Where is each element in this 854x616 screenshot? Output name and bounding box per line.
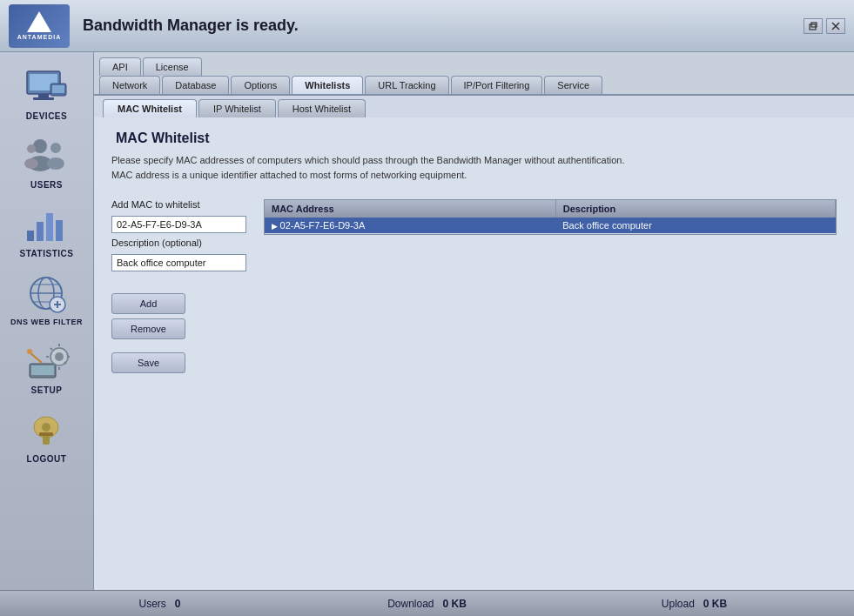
svg-point-14 [27, 144, 36, 153]
sidebar-item-setup[interactable]: SETUP [0, 335, 93, 399]
form-section: Add MAC to whitelist Description (option… [111, 199, 837, 373]
sidebar-item-statistics-label: STATISTICS [20, 249, 74, 258]
svg-rect-16 [27, 231, 34, 241]
logo-triangle [27, 11, 51, 32]
upload-label: Upload [662, 598, 695, 610]
status-download: Download 0 KB [293, 598, 561, 610]
tab-mac-whitelist[interactable]: MAC Whitelist [103, 99, 197, 117]
sidebar-item-users[interactable]: USERS [0, 130, 93, 194]
sidebar: DEVICES USERS [0, 52, 94, 590]
mac-input[interactable] [111, 216, 246, 233]
mac-table-container: MAC Address Description 02-A5-F7-E6-D9-3… [264, 199, 837, 235]
tab-url-tracking[interactable]: URL Tracking [365, 76, 448, 94]
save-btn-row: Save [111, 352, 246, 373]
desc-label: Description (optional) [111, 238, 246, 248]
tab-options[interactable]: Options [231, 76, 290, 94]
cell-mac: 02-A5-F7-E6-D9-3A [265, 218, 555, 234]
close-button[interactable] [826, 18, 845, 34]
svg-rect-18 [46, 213, 53, 241]
sidebar-item-devices[interactable]: DEVICES [0, 61, 93, 125]
status-upload: Upload 0 KB [561, 598, 828, 610]
col-mac-address: MAC Address [265, 200, 555, 218]
description-line1: Please specify MAC addresses of computer… [111, 153, 837, 168]
app-title: Bandwidth Manager is ready. [83, 17, 804, 35]
svg-rect-17 [37, 222, 44, 241]
window-controls [804, 18, 845, 34]
sidebar-item-setup-label: SETUP [31, 385, 63, 395]
mac-label: Add MAC to whitelist [111, 199, 246, 210]
svg-line-37 [64, 362, 66, 364]
devices-icon [21, 65, 73, 109]
tabs-row2: Network Database Options Whitelists URL … [94, 76, 854, 96]
statusbar: Users 0 Download 0 KB Upload 0 KB [0, 590, 854, 616]
svg-line-36 [50, 348, 52, 350]
app-logo: ANTAMEDIA [9, 4, 70, 48]
setup-icon [21, 339, 73, 383]
sidebar-item-devices-label: DEVICES [26, 111, 67, 121]
svg-point-13 [47, 157, 64, 170]
svg-point-10 [33, 139, 47, 153]
tabs-row1: API License [94, 52, 854, 76]
sidebar-item-dns-web-filter[interactable]: DNS WEB FILTER [0, 267, 93, 331]
statistics-icon [21, 203, 73, 246]
logout-icon [21, 408, 73, 452]
table-row[interactable]: 02-A5-F7-E6-D9-3A Back office computer [265, 218, 836, 234]
download-value: 0 KB [443, 598, 467, 610]
svg-rect-9 [52, 85, 64, 93]
users-label: Users [138, 598, 165, 610]
add-button[interactable]: Add [111, 293, 185, 314]
tab-host-whitelist[interactable]: Host Whitelist [278, 99, 366, 117]
desc-input[interactable] [111, 254, 246, 271]
remove-button[interactable]: Remove [111, 318, 185, 339]
download-label: Download [387, 598, 434, 610]
tab-network[interactable]: Network [99, 76, 160, 94]
description-line2: MAC address is a unique identifier attac… [111, 168, 837, 183]
tab-api[interactable]: API [99, 57, 141, 76]
users-icon [21, 134, 73, 177]
svg-point-41 [42, 423, 50, 432]
sidebar-item-users-label: USERS [30, 180, 63, 190]
page-content: MAC Whitelist Please specify MAC address… [94, 117, 854, 590]
svg-line-38 [30, 352, 42, 363]
tab-ip-whitelist[interactable]: IP Whitelist [198, 99, 276, 117]
svg-point-15 [24, 158, 38, 169]
svg-rect-19 [56, 220, 63, 241]
svg-rect-6 [38, 94, 49, 97]
sidebar-item-dns-label: DNS WEB FILTER [10, 318, 83, 326]
svg-point-39 [27, 349, 32, 354]
col-description: Description [555, 200, 835, 218]
upload-value: 0 KB [703, 598, 727, 610]
sidebar-item-logout-label: LOGOUT [27, 454, 67, 464]
restore-button[interactable] [804, 18, 823, 34]
dns-icon [21, 271, 73, 315]
tab-license[interactable]: License [143, 57, 202, 76]
content-area: API License Network Database Options Whi… [94, 52, 854, 590]
mac-table: MAC Address Description 02-A5-F7-E6-D9-3… [265, 200, 836, 234]
status-users: Users 0 [26, 598, 293, 610]
sidebar-item-statistics[interactable]: STATISTICS [0, 198, 93, 263]
titlebar: ANTAMEDIA Bandwidth Manager is ready. [0, 0, 854, 52]
save-button[interactable]: Save [111, 352, 185, 373]
tab-whitelists[interactable]: Whitelists [292, 76, 363, 94]
users-value: 0 [175, 598, 181, 610]
cell-desc: Back office computer [555, 218, 835, 234]
tabs-row3: MAC Whitelist IP Whitelist Host Whitelis… [94, 96, 854, 117]
logo-text: ANTAMEDIA [17, 34, 61, 40]
tab-ip-port-filtering[interactable]: IP/Port Filtering [451, 76, 543, 94]
page-description: Please specify MAC addresses of computer… [111, 153, 837, 182]
sidebar-item-logout[interactable]: LOGOUT [0, 404, 93, 468]
svg-rect-7 [33, 97, 54, 100]
svg-point-12 [50, 143, 61, 153]
main-layout: DEVICES USERS [0, 52, 854, 590]
page-title: MAC Whitelist [111, 131, 837, 146]
tab-database[interactable]: Database [162, 76, 229, 94]
tab-service[interactable]: Service [544, 76, 602, 94]
svg-rect-43 [39, 432, 53, 436]
svg-rect-29 [31, 365, 54, 375]
svg-point-31 [55, 352, 64, 361]
table-header-row: MAC Address Description [265, 200, 836, 218]
action-buttons: Add Remove [111, 293, 246, 339]
left-form: Add MAC to whitelist Description (option… [111, 199, 246, 373]
